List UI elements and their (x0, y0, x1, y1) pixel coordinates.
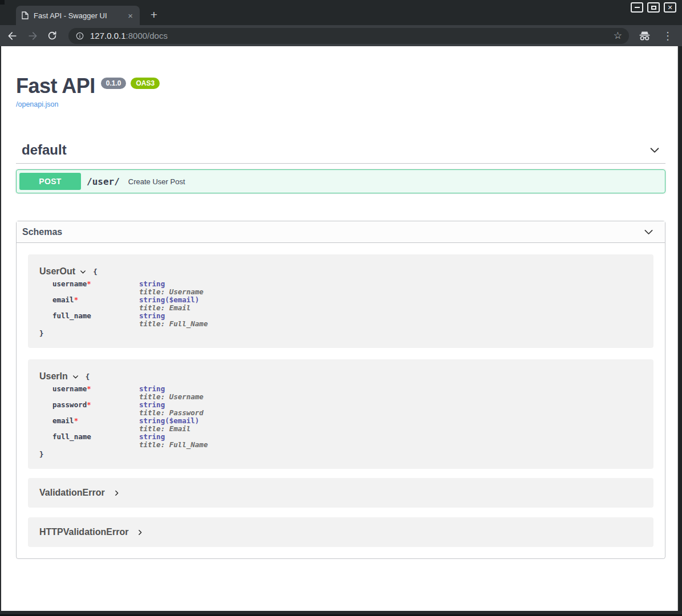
operation-path: /user/ (87, 176, 120, 187)
bookmark-star-icon[interactable]: ☆ (614, 31, 622, 40)
oas-badge: OAS3 (131, 78, 160, 89)
back-button[interactable] (7, 30, 18, 42)
reload-button[interactable] (47, 30, 58, 41)
property-title: title: Username (139, 393, 208, 401)
model-userin: UserIn { username* string title: Usernam… (28, 359, 653, 469)
close-window-button[interactable]: ✕ (664, 2, 676, 13)
new-tab-button[interactable]: + (146, 7, 162, 23)
window-corner (0, 0, 5, 5)
browser-menu-button[interactable]: ⋮ (660, 31, 675, 41)
property-row: email* string($email) title: Email (52, 296, 208, 312)
url-text: 127.0.0.1:8000/docs (90, 31, 168, 40)
property-row: username* string title: Username (52, 280, 208, 296)
operation-summary: Create User Post (128, 177, 185, 186)
property-type: string (139, 280, 208, 288)
property-type: string($email) (139, 296, 208, 304)
property-title: title: Full_Name (139, 320, 208, 328)
model-userout: UserOut { username* string title: Userna… (28, 254, 653, 348)
url-host: 127.0.0.1 (90, 31, 126, 40)
maximize-icon (651, 6, 656, 10)
property-name: full_name (52, 432, 91, 441)
post-method-button[interactable]: POST (19, 173, 81, 190)
chevron-down-icon[interactable] (643, 226, 655, 238)
minimize-icon (635, 7, 640, 8)
schemas-header[interactable]: Schemas (17, 221, 665, 243)
site-info-icon[interactable] (75, 31, 84, 40)
property-type: string (139, 401, 208, 409)
openapi-spec-link[interactable]: /openapi.json (16, 100, 665, 108)
minimize-button[interactable] (631, 2, 643, 13)
property-name: email (52, 416, 74, 425)
page-document-icon (22, 11, 29, 19)
browser-tabstrip: Fast API - Swagger UI × + ✕ (0, 0, 682, 25)
brace-open: { (93, 268, 98, 276)
property-type: string (139, 385, 208, 393)
chevron-right-icon[interactable] (113, 489, 120, 497)
model-title[interactable]: HTTPValidationError (39, 527, 128, 537)
property-name: full_name (52, 311, 91, 320)
version-badge: 0.1.0 (101, 78, 127, 89)
forward-button[interactable] (27, 30, 38, 42)
property-type: string (139, 312, 208, 320)
property-row: username* string title: Username (52, 385, 208, 401)
window-controls: ✕ (631, 2, 676, 13)
tab-title: Fast API - Swagger UI (34, 11, 121, 20)
property-name: password (52, 400, 87, 409)
opblock-post-user[interactable]: POST /user/ Create User Post (16, 169, 665, 193)
schemas-section: Schemas UserOut { (16, 221, 665, 559)
property-title: title: Full_Name (139, 441, 208, 449)
property-type: string (139, 433, 208, 441)
model-validationerror[interactable]: ValidationError (28, 478, 653, 508)
model-httpvalidationerror[interactable]: HTTPValidationError (28, 517, 653, 547)
property-title: title: Email (139, 304, 208, 312)
window-frame-left (0, 46, 1, 611)
url-path: :8000/docs (126, 31, 168, 40)
brace-close: } (39, 330, 642, 338)
swagger-page: Fast API 0.1.0 OAS3 /openapi.json defaul… (1, 46, 677, 611)
model-title[interactable]: UserOut (39, 266, 75, 277)
required-star: * (74, 416, 79, 425)
chevron-down-icon[interactable] (72, 373, 79, 380)
browser-tab[interactable]: Fast API - Swagger UI × (16, 6, 140, 25)
required-star: * (87, 400, 91, 409)
property-name: username (52, 384, 87, 393)
property-row: full_name string title: Full_Name (52, 433, 208, 449)
api-title: Fast API (16, 76, 95, 96)
required-star: * (74, 295, 79, 304)
required-star: * (87, 384, 91, 393)
api-info-section: Fast API 0.1.0 OAS3 /openapi.json (16, 46, 665, 108)
tag-name: default (22, 142, 67, 158)
chevron-down-icon[interactable] (79, 268, 87, 275)
brace-close: } (39, 451, 642, 459)
url-bar[interactable]: 127.0.0.1:8000/docs ☆ (68, 28, 629, 44)
schemas-heading: Schemas (22, 227, 62, 237)
property-title: title: Email (139, 425, 208, 433)
property-type: string($email) (139, 417, 208, 425)
maximize-button[interactable] (647, 2, 660, 13)
property-name: username (52, 279, 87, 288)
property-row: full_name string title: Full_Name (52, 312, 208, 328)
close-tab-icon[interactable]: × (127, 11, 134, 20)
browser-toolbar: 127.0.0.1:8000/docs ☆ ⋮ (0, 25, 682, 46)
property-name: email (52, 295, 74, 304)
property-row: email* string($email) title: Email (52, 417, 208, 433)
incognito-icon (638, 29, 652, 43)
tag-section-default[interactable]: default (16, 135, 665, 164)
close-icon: ✕ (667, 5, 672, 11)
property-title: title: Username (139, 288, 208, 296)
chevron-right-icon[interactable] (136, 529, 144, 536)
window-frame-right (677, 46, 682, 611)
required-star: * (87, 279, 91, 288)
window-frame-bottom (0, 611, 682, 616)
chevron-down-icon[interactable] (648, 144, 661, 156)
property-title: title: Password (139, 409, 208, 417)
model-title[interactable]: ValidationError (39, 488, 105, 498)
brace-open: { (86, 372, 90, 381)
model-title[interactable]: UserIn (39, 371, 68, 382)
property-row: password* string title: Password (52, 401, 208, 417)
